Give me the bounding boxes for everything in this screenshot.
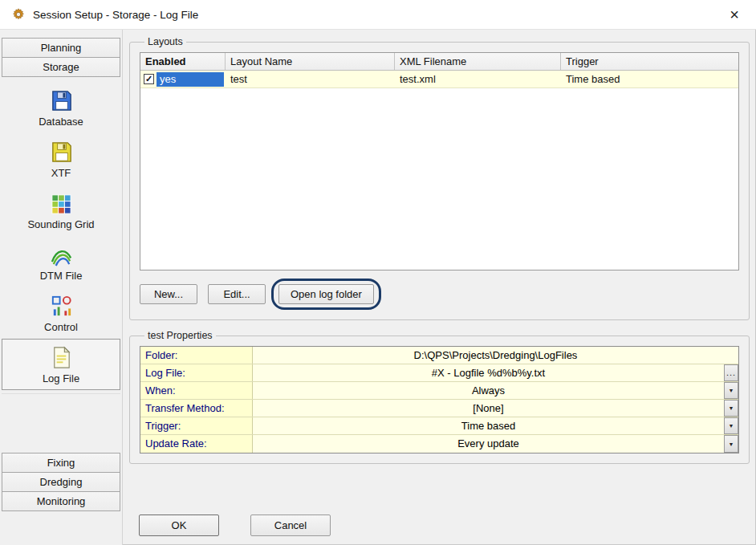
ellipsis-icon: ... (726, 368, 736, 377)
transfer-method-value[interactable]: [None] (253, 400, 724, 417)
properties-grid: Folder: D:\QPS\Projects\Dredging\LogFile… (140, 346, 739, 453)
close-icon[interactable]: × (724, 4, 745, 25)
property-row-log-file: Log File: #X - Logfile %d%b%y.txt ... (140, 364, 738, 382)
open-log-folder-button[interactable]: Open log folder (278, 284, 374, 304)
column-header-enabled[interactable]: Enabled (140, 53, 226, 70)
sidebar-item-log-file[interactable]: Log File (2, 339, 120, 390)
highlight-ring: Open log folder (271, 279, 381, 310)
browse-button[interactable]: ... (724, 364, 738, 381)
chevron-down-icon: ▼ (729, 405, 734, 411)
sidebar-item-label: Control (44, 321, 78, 333)
sidebar-item-sounding-grid[interactable]: Sounding Grid (2, 185, 120, 236)
sidebar-item-label: DTM File (40, 270, 83, 282)
when-dropdown-button[interactable]: ▼ (724, 382, 738, 399)
properties-group-title: test Properties (144, 330, 216, 341)
footer: OK Cancel (129, 514, 750, 536)
property-label: Folder: (140, 347, 253, 364)
edit-button[interactable]: Edit... (208, 284, 266, 304)
chevron-down-icon: ▼ (729, 388, 734, 393)
property-row-when: When: Always ▼ (140, 382, 738, 400)
sidebar-item-xtf[interactable]: XTF (2, 133, 120, 185)
gear-icon (11, 7, 26, 22)
contours-icon (49, 242, 74, 267)
sidebar-item-database[interactable]: Database (2, 82, 120, 133)
floppy-yellow-icon (49, 140, 74, 165)
control-icon (49, 294, 74, 319)
sidebar-item-control[interactable]: Control (2, 287, 120, 339)
layouts-group-title: Layouts (144, 36, 186, 47)
property-label: Update Rate: (140, 435, 253, 453)
column-header-trigger[interactable]: Trigger (561, 53, 738, 70)
sidebar-item-dtm-file[interactable]: DTM File (2, 236, 120, 287)
session-setup-dialog: Session Setup - Storage - Log File × Pla… (0, 0, 756, 545)
property-label: Log File: (140, 364, 253, 381)
main-panel: Layouts Enabled Layout Name XML Filename… (123, 30, 756, 545)
trigger-dropdown-button[interactable]: ▼ (724, 417, 738, 434)
log-file-value[interactable]: #X - Logfile %d%b%y.txt (253, 364, 724, 381)
new-button[interactable]: New... (140, 284, 197, 304)
layouts-table-header: Enabled Layout Name XML Filename Trigger (140, 53, 738, 71)
grid-icon (49, 191, 74, 216)
property-label: Trigger: (140, 417, 253, 434)
layouts-button-row: New... Edit... Open log folder (140, 279, 739, 310)
sidebar-divider (2, 393, 120, 394)
cancel-button[interactable]: Cancel (250, 514, 331, 536)
sidebar: Planning Storage Database (0, 30, 123, 545)
xml-filename-cell[interactable]: test.xml (395, 71, 561, 87)
sidebar-tab-fixing[interactable]: Fixing (2, 453, 120, 473)
sidebar-item-label: XTF (51, 167, 71, 179)
sidebar-item-label: Sounding Grid (27, 218, 94, 230)
sidebar-storage-items: Database XTF (2, 82, 120, 394)
transfer-method-dropdown-button[interactable]: ▼ (724, 400, 738, 417)
property-label: Transfer Method: (140, 400, 253, 417)
property-row-update-rate: Update Rate: Every update ▼ (140, 435, 738, 453)
enabled-checkbox[interactable]: ✓ (144, 74, 154, 84)
update-rate-dropdown-button[interactable]: ▼ (724, 435, 738, 453)
column-header-layout-name[interactable]: Layout Name (226, 53, 395, 70)
trigger-cell[interactable]: Time based (561, 71, 738, 87)
sidebar-tab-planning[interactable]: Planning (2, 38, 120, 58)
layouts-table: Enabled Layout Name XML Filename Trigger… (140, 52, 739, 270)
properties-group: test Properties Folder: D:\QPS\Projects\… (129, 330, 750, 464)
enabled-cell: ✓ yes (140, 71, 226, 87)
sidebar-item-label: Log File (43, 372, 79, 384)
layout-name-cell[interactable]: test (226, 71, 395, 87)
floppy-blue-icon (49, 88, 74, 113)
table-row[interactable]: ✓ yes test test.xml Time based (140, 71, 738, 88)
title-bar: Session Setup - Storage - Log File × (0, 0, 756, 30)
when-value[interactable]: Always (253, 382, 724, 399)
update-rate-value[interactable]: Every update (253, 435, 724, 453)
sidebar-bottom-tabs: Fixing Dredging Monitoring (2, 453, 120, 511)
chevron-down-icon: ▼ (729, 423, 734, 429)
window-title: Session Setup - Storage - Log File (33, 9, 198, 21)
chevron-down-icon: ▼ (729, 441, 734, 447)
column-header-xml-filename[interactable]: XML Filename (395, 53, 561, 70)
trigger-value[interactable]: Time based (253, 417, 724, 434)
sidebar-item-label: Database (39, 116, 83, 128)
folder-value[interactable]: D:\QPS\Projects\Dredging\LogFiles (253, 347, 738, 364)
enabled-value-selected[interactable]: yes (156, 72, 224, 87)
ok-button[interactable]: OK (139, 514, 219, 536)
sidebar-tab-storage[interactable]: Storage (2, 57, 120, 77)
property-label: When: (140, 382, 253, 399)
property-row-folder: Folder: D:\QPS\Projects\Dredging\LogFile… (140, 347, 738, 364)
property-row-transfer-method: Transfer Method: [None] ▼ (140, 400, 738, 417)
layouts-group: Layouts Enabled Layout Name XML Filename… (129, 36, 750, 320)
property-row-trigger: Trigger: Time based ▼ (140, 417, 738, 435)
document-icon (49, 345, 74, 370)
sidebar-tab-dredging[interactable]: Dredging (2, 472, 120, 492)
sidebar-tab-monitoring[interactable]: Monitoring (2, 491, 120, 511)
